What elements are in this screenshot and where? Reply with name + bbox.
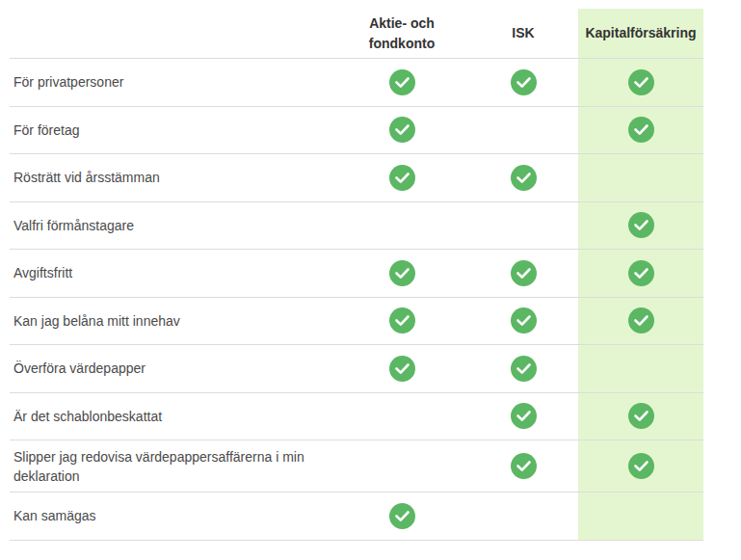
check-circle-icon	[389, 356, 415, 382]
check-circle-icon	[628, 117, 654, 143]
cell-aktie-fondkonto	[358, 107, 445, 154]
check-circle-icon	[389, 307, 415, 333]
cell-isk	[480, 345, 567, 392]
cell-isk	[480, 202, 567, 250]
cell-isk	[480, 393, 567, 440]
check-circle-icon	[511, 165, 537, 191]
cell-isk	[480, 59, 567, 106]
column-header-label: Kapitalförsäkring	[585, 23, 696, 43]
check-circle-icon	[389, 165, 415, 191]
row-label-cell: Avgiftsfritt	[10, 250, 358, 297]
table-row: Slipper jag redovisa värdepappersaffärer…	[10, 440, 703, 493]
cell-kapitalforsakring	[578, 298, 703, 345]
cell-aktie-fondkonto	[358, 298, 445, 345]
cell-isk	[480, 440, 567, 492]
column-header-aktie-fondkonto: Aktie- och fondkonto	[358, 9, 445, 58]
check-circle-icon	[628, 453, 654, 479]
cell-isk	[480, 493, 567, 540]
cell-isk	[480, 298, 567, 345]
cell-kapitalforsakring	[578, 250, 703, 297]
cell-isk	[480, 154, 567, 201]
cell-aktie-fondkonto	[358, 202, 445, 250]
row-label-cell: Kan jag belåna mitt innehav	[10, 298, 358, 345]
row-label: Valfri förmånstagare	[13, 216, 134, 235]
check-circle-icon	[511, 260, 537, 286]
table-row: För företag	[10, 107, 703, 155]
check-circle-icon	[628, 403, 654, 429]
check-circle-icon	[389, 503, 415, 529]
table-row: För privatpersoner	[10, 59, 703, 107]
row-label-cell: Överföra värdepapper	[10, 345, 358, 392]
account-comparison-table: Aktie- och fondkonto ISK Kapitalförsäkri…	[10, 9, 703, 541]
check-circle-icon	[628, 260, 654, 286]
table-body: För privatpersoner För företag Rösträtt …	[10, 59, 703, 541]
cell-kapitalforsakring	[578, 440, 703, 492]
column-header-kapitalforsakring: Kapitalförsäkring	[578, 9, 703, 58]
header-spacer	[10, 9, 358, 58]
row-label-cell: För privatpersoner	[10, 59, 358, 106]
check-circle-icon	[389, 260, 415, 286]
cell-aktie-fondkonto	[358, 154, 445, 201]
cell-aktie-fondkonto	[358, 345, 445, 392]
table-row: Valfri förmånstagare	[10, 202, 703, 251]
cell-kapitalforsakring	[578, 345, 703, 392]
cell-kapitalforsakring	[578, 493, 703, 540]
cell-aktie-fondkonto	[358, 440, 445, 492]
cell-aktie-fondkonto	[358, 250, 445, 297]
table-header: Aktie- och fondkonto ISK Kapitalförsäkri…	[10, 9, 703, 59]
row-label: Avgiftsfritt	[13, 263, 72, 282]
cell-aktie-fondkonto	[358, 59, 445, 106]
column-header-label: ISK	[512, 23, 534, 43]
check-circle-icon	[628, 69, 654, 95]
column-header-isk: ISK	[480, 9, 567, 58]
cell-kapitalforsakring	[578, 107, 703, 154]
table-row: Rösträtt vid årsstämman	[10, 154, 703, 202]
table-row: Kan jag belåna mitt innehav	[10, 298, 703, 346]
table-row: Överföra värdepapper	[10, 345, 703, 393]
row-label: Är det schablonbeskattat	[13, 407, 162, 426]
cell-aktie-fondkonto	[358, 493, 445, 540]
cell-kapitalforsakring	[578, 202, 703, 250]
check-circle-icon	[511, 69, 537, 95]
column-header-label: Aktie- och fondkonto	[358, 13, 445, 54]
check-circle-icon	[511, 356, 537, 382]
check-circle-icon	[389, 117, 415, 143]
cell-isk	[480, 107, 567, 154]
row-label-cell: Är det schablonbeskattat	[10, 393, 358, 440]
row-label-cell: Kan samägas	[10, 493, 358, 540]
check-circle-icon	[628, 212, 654, 238]
cell-kapitalforsakring	[578, 154, 703, 201]
row-label: Kan jag belåna mitt innehav	[13, 311, 180, 331]
check-circle-icon	[511, 453, 537, 479]
row-label: Överföra värdepapper	[13, 359, 146, 378]
check-circle-icon	[389, 69, 415, 95]
check-circle-icon	[628, 307, 654, 333]
row-label: Rösträtt vid årsstämman	[13, 168, 160, 187]
row-label: För privatpersoner	[13, 72, 123, 92]
cell-kapitalforsakring	[578, 393, 703, 440]
row-label-cell: Rösträtt vid årsstämman	[10, 154, 358, 201]
cell-aktie-fondkonto	[358, 393, 445, 440]
table-row: Är det schablonbeskattat	[10, 393, 703, 441]
cell-isk	[480, 250, 567, 297]
check-circle-icon	[511, 403, 537, 429]
row-label: För företag	[13, 120, 79, 140]
row-label-cell: Slipper jag redovisa värdepappersaffärer…	[10, 440, 358, 492]
row-label: Kan samägas	[13, 506, 96, 525]
check-circle-icon	[511, 307, 537, 333]
row-label-cell: För företag	[10, 107, 358, 154]
row-label-cell: Valfri förmånstagare	[10, 202, 358, 250]
row-label: Slipper jag redovisa värdepappersaffärer…	[13, 447, 349, 486]
table-row: Kan samägas	[10, 493, 703, 541]
cell-kapitalforsakring	[578, 59, 703, 106]
table-row: Avgiftsfritt	[10, 250, 703, 298]
